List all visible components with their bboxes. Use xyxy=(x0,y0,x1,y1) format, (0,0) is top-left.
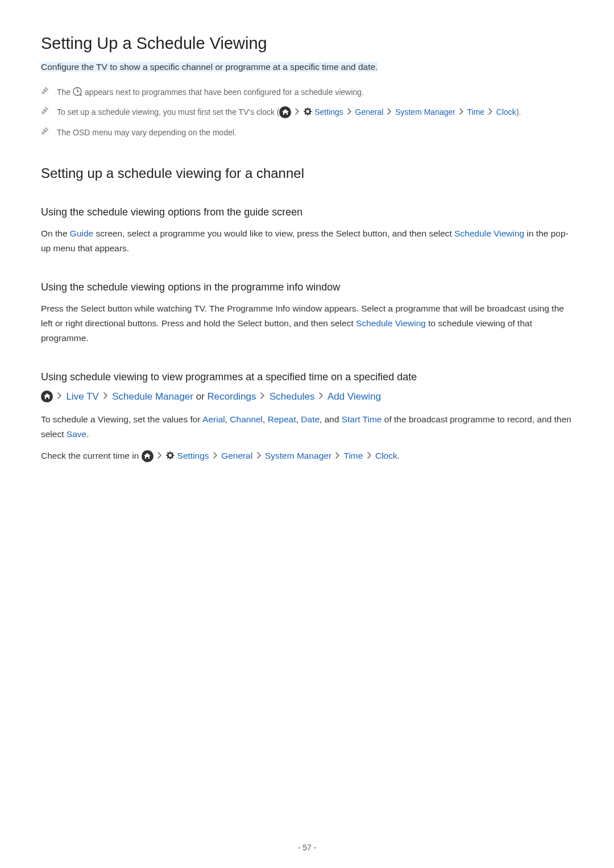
link-schedule-viewing[interactable]: Schedule Viewing xyxy=(356,318,426,328)
link-repeat[interactable]: Repeat xyxy=(268,414,296,424)
link-schedule-viewing[interactable]: Schedule Viewing xyxy=(454,229,524,238)
chevron-right-icon xyxy=(213,448,218,463)
link-channel[interactable]: Channel xyxy=(230,414,263,424)
subsection-heading: Using the schedule viewing options from … xyxy=(41,206,573,218)
note-item: The OSD menu may vary depending on the m… xyxy=(41,126,573,139)
paragraph: On the Guide screen, select a programme … xyxy=(41,226,573,256)
link-start-time[interactable]: Start Time xyxy=(342,414,382,424)
link-clock[interactable]: Clock xyxy=(496,107,516,117)
link-system-manager[interactable]: System Manager xyxy=(395,107,455,117)
note-text: To set up a schedule viewing, you must f… xyxy=(57,107,279,117)
link-recordings[interactable]: Recordings xyxy=(208,391,256,402)
page-subtitle: Configure the TV to show a specific chan… xyxy=(41,61,573,73)
link-clock[interactable]: Clock xyxy=(375,451,397,460)
link-guide[interactable]: Guide xyxy=(70,229,93,238)
chevron-right-icon xyxy=(347,106,352,118)
link-system-manager[interactable]: System Manager xyxy=(265,451,331,460)
chevron-right-icon xyxy=(294,106,300,118)
link-aerial[interactable]: Aerial xyxy=(202,414,225,424)
pencil-icon xyxy=(41,127,49,139)
schedule-clock-icon xyxy=(73,87,82,97)
pencil-icon xyxy=(41,86,49,99)
note-text: ). xyxy=(516,107,521,117)
subsection-heading: Using the schedule viewing options in th… xyxy=(41,281,573,293)
link-schedules[interactable]: Schedules xyxy=(269,391,314,402)
link-general[interactable]: General xyxy=(221,451,252,460)
note-text: appears next to programmes that have bee… xyxy=(82,88,364,97)
paragraph: To schedule a Viewing, set the values fo… xyxy=(41,412,573,442)
gear-icon xyxy=(165,451,175,460)
nav-path: Live TV Schedule Manager or Recordings S… xyxy=(41,391,573,403)
chevron-right-icon xyxy=(260,391,265,402)
pencil-icon xyxy=(41,106,49,119)
page-number: - 57 - xyxy=(0,843,614,852)
chevron-right-icon xyxy=(57,391,63,402)
gear-icon xyxy=(303,107,312,117)
link-add-viewing[interactable]: Add Viewing xyxy=(327,391,381,402)
note-item: To set up a schedule viewing, you must f… xyxy=(41,106,573,119)
home-icon xyxy=(41,391,53,402)
link-general[interactable]: General xyxy=(355,107,384,117)
link-live-tv[interactable]: Live TV xyxy=(66,391,98,402)
note-text: The OSD menu may vary depending on the m… xyxy=(57,126,573,139)
note-text: The xyxy=(57,88,73,97)
paragraph: Check the current time in Settings Gener… xyxy=(41,448,573,464)
chevron-right-icon xyxy=(459,106,464,118)
link-settings[interactable]: Settings xyxy=(314,107,343,117)
chevron-right-icon xyxy=(318,391,324,402)
chevron-right-icon xyxy=(335,448,340,463)
link-schedule-manager[interactable]: Schedule Manager xyxy=(112,391,193,402)
home-icon xyxy=(279,106,291,118)
link-settings[interactable]: Settings xyxy=(177,451,209,460)
link-time[interactable]: Time xyxy=(467,107,484,117)
paragraph: Press the Select button while watching T… xyxy=(41,301,573,346)
link-date[interactable]: Date xyxy=(301,414,320,424)
link-time[interactable]: Time xyxy=(343,451,363,460)
note-item: The appears next to programmes that have… xyxy=(41,86,573,99)
section-heading: Setting up a schedule viewing for a chan… xyxy=(41,165,573,181)
home-icon xyxy=(142,450,154,462)
chevron-right-icon xyxy=(256,448,262,463)
chevron-right-icon xyxy=(103,391,109,402)
page-title: Setting Up a Schedule Viewing xyxy=(41,34,573,53)
subsection-heading: Using schedule viewing to view programme… xyxy=(41,371,573,383)
link-save[interactable]: Save xyxy=(67,429,86,439)
chevron-right-icon xyxy=(157,448,162,463)
chevron-right-icon xyxy=(488,106,493,118)
chevron-right-icon xyxy=(387,106,392,118)
chevron-right-icon xyxy=(367,448,372,463)
